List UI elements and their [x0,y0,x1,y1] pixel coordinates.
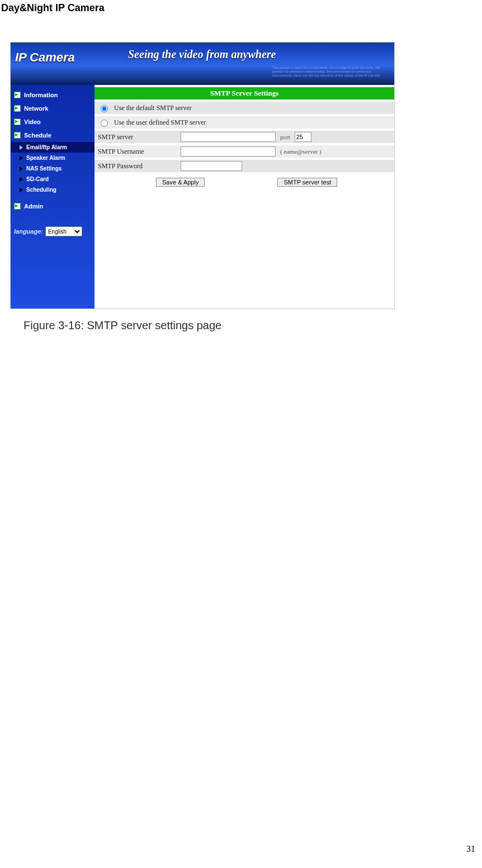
app-banner: IP Camera Seeing the video from anywhere… [11,42,394,85]
banner-fineprint: The wisdom to learn from experience, the… [272,66,384,78]
radio-default-label: Use the default SMTP server [114,104,192,112]
sidebar-subitem-email-ftp-alarm[interactable]: Email/ftp Alarm [11,142,94,153]
smtp-username-hint: ( name@server ) [280,148,322,155]
save-apply-button[interactable]: Save & Apply [156,178,205,187]
play-icon [20,145,23,150]
sidebar-subitem-sd-card[interactable]: SD-Card [11,174,94,184]
row-smtp-server: SMTP server port [94,131,394,143]
language-select[interactable]: English [45,226,82,236]
smtp-password-input[interactable] [181,161,242,171]
figure-caption: Figure 3-16: SMTP server settings page [23,319,482,332]
smtp-server-input[interactable] [181,132,276,142]
app-body: Information Network Video Schedule Email… [11,85,394,309]
arrow-icon [20,177,23,182]
sidebar-item-label: Video [24,118,41,125]
expand-icon [14,132,21,139]
smtp-password-label: SMTP Password [98,162,176,170]
radio-default-smtp[interactable] [101,105,108,112]
port-label: port [280,134,290,140]
sidebar-item-label: Email/ftp Alarm [26,144,67,150]
language-label: language: [14,228,43,235]
sidebar-item-label: Speaker Alarm [26,155,65,161]
smtp-test-button[interactable]: SMTP server test [277,178,337,187]
radio-userdefined-label: Use the user defined SMTP server [114,118,206,127]
sidebar-item-admin[interactable]: Admin [11,200,94,213]
expand-icon [14,118,21,125]
app-window: IP Camera Seeing the video from anywhere… [10,42,395,309]
smtp-username-label: SMTP Username [98,148,176,156]
sidebar-item-schedule[interactable]: Schedule [11,129,94,142]
expand-icon [14,203,21,210]
sidebar-item-information[interactable]: Information [11,88,94,102]
sidebar-item-label: Schedule [24,132,51,139]
banner-logo: IP Camera [15,50,75,65]
sidebar-item-label: NAS Settings [26,165,62,172]
sidebar: Information Network Video Schedule Email… [11,85,94,309]
sidebar-item-label: Network [24,105,48,112]
button-row: Save & Apply SMTP server test [94,172,394,190]
sidebar-item-video[interactable]: Video [11,115,94,129]
smtp-username-input[interactable] [181,146,276,156]
sidebar-subitem-speaker-alarm[interactable]: Speaker Alarm [11,153,94,163]
banner-slogan: Seeing the video from anywhere [128,48,276,61]
arrow-icon [20,167,23,171]
smtp-port-input[interactable] [295,132,311,142]
section-title: SMTP Server Settings [94,87,394,99]
row-smtp-password: SMTP Password [94,160,394,172]
content-area: SMTP Server Settings Use the default SMT… [94,85,394,309]
radio-userdefined-smtp[interactable] [101,120,108,127]
expand-icon [14,92,21,98]
sidebar-subitem-nas-settings[interactable]: NAS Settings [11,163,94,174]
arrow-icon [20,188,23,192]
page-header-title: Day&Night IP Camera [0,0,482,20]
radio-row-default: Use the default SMTP server [94,102,394,114]
language-row: language: English [11,224,94,239]
sidebar-subitem-scheduling[interactable]: Scheduling [11,184,94,195]
expand-icon [14,105,21,112]
sidebar-item-label: SD-Card [26,176,49,182]
sidebar-item-label: Admin [24,203,43,210]
sidebar-item-network[interactable]: Network [11,102,94,115]
smtp-server-label: SMTP server [98,133,176,141]
sidebar-item-label: Information [24,92,58,98]
row-smtp-username: SMTP Username ( name@server ) [94,145,394,158]
arrow-icon [20,156,23,160]
sidebar-item-label: Scheduling [26,187,56,193]
radio-row-userdefined: Use the user defined SMTP server [94,116,394,129]
